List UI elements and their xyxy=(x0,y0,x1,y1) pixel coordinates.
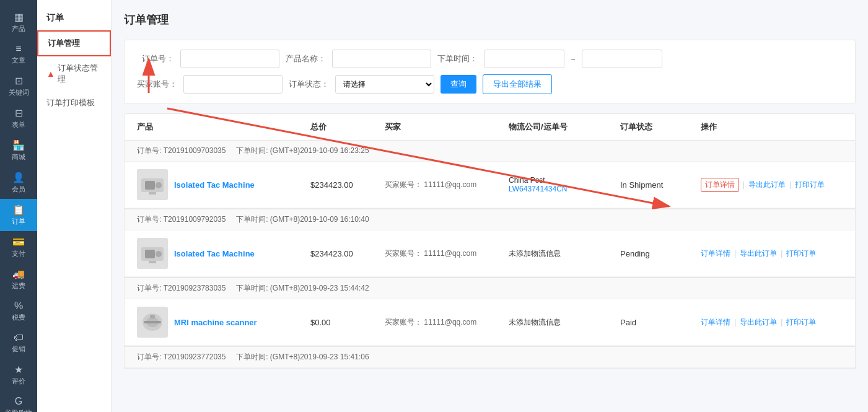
status-cell-1: In Shipment xyxy=(620,180,701,190)
order-no-prefix-3: 订单号: xyxy=(137,284,161,292)
order-time-prefix-2: 下单时间: xyxy=(236,215,268,224)
filter-bar: 订单号： 产品名称： 下单时间： ~ 买家账号： 订单状态： 请选择 Pendi… xyxy=(124,40,856,104)
order-item-row-1: Isolated Tac Machine $234423.00 买家账号： 11… xyxy=(125,162,855,208)
sidebar-item-articles[interactable]: ≡ 文章 xyxy=(0,38,37,70)
shipping-icon: 🚚 xyxy=(12,268,25,280)
google-shopping-icon: G xyxy=(15,396,22,407)
product-name-2[interactable]: Isolated Tac Machine xyxy=(174,249,255,258)
order-detail-link-3[interactable]: 订单详情 xyxy=(701,317,730,328)
order-detail-link-2[interactable]: 订单详情 xyxy=(701,248,730,259)
order-group-3: 订单号: T20190923783035 下单时间: (GMT+8)2019-0… xyxy=(124,278,856,346)
order-no-4: T20190923772035 xyxy=(164,353,226,361)
buyer-cell-1: 买家账号： 11111@qq.com xyxy=(385,180,509,190)
order-time-start-input[interactable] xyxy=(484,50,564,68)
buyer-cell-3: 买家账号： 11111@qq.com xyxy=(385,317,509,328)
sidebar-item-forms[interactable]: ⊟ 表单 xyxy=(0,102,37,134)
order-no-prefix: 订单号: xyxy=(137,146,161,155)
order-time-3: (GMT+8)2019-09-23 15:44:42 xyxy=(270,284,369,292)
order-item-row-2: Isolated Tac Machine $234423.00 买家账号： 11… xyxy=(125,230,855,277)
product-name-input[interactable] xyxy=(332,50,431,68)
product-image-3 xyxy=(137,307,168,338)
export-order-link-1[interactable]: 导出此订单 xyxy=(748,180,786,190)
order-time-prefix: 下单时间: xyxy=(236,146,268,155)
sidebar-item-members[interactable]: 👤 会员 xyxy=(0,167,37,199)
sidebar-item-tax[interactable]: % 税费 xyxy=(0,296,37,327)
order-time-prefix-4: 下单时间: xyxy=(236,353,268,361)
order-time-prefix-3: 下单时间: xyxy=(236,284,268,292)
sidebar-item-order-status[interactable]: ▲ 订单状态管理 xyxy=(37,56,111,91)
product-name-3[interactable]: MRI machine scanner xyxy=(174,318,257,327)
sidebar-item-google-shopping[interactable]: G 谷歌购物 xyxy=(0,391,37,412)
order-group-2: 订单号: T20191009792035 下单时间: (GMT+8)2019-1… xyxy=(124,209,856,278)
orders-icon: 📋 xyxy=(12,204,25,216)
sidebar-item-orders[interactable]: 📋 订单 xyxy=(0,199,37,231)
svg-rect-1 xyxy=(145,181,155,190)
svg-point-2 xyxy=(156,182,162,188)
payment-icon: 💳 xyxy=(12,236,25,248)
export-all-button[interactable]: 导出全部结果 xyxy=(483,74,552,94)
order-meta-2: 订单号: T20191009792035 下单时间: (GMT+8)2019-1… xyxy=(125,209,855,230)
price-cell-3: $0.00 xyxy=(310,318,385,327)
order-detail-link-1[interactable]: 订单详情 xyxy=(701,178,739,192)
tax-icon: % xyxy=(14,300,23,312)
order-time-2: (GMT+8)2019-10-09 16:10:40 xyxy=(270,215,369,224)
reviews-icon: ★ xyxy=(14,364,23,375)
product-cell-2: Isolated Tac Machine xyxy=(137,238,310,269)
filter-row-1: 订单号： 产品名称： 下单时间： ~ xyxy=(137,50,843,68)
print-order-link-1[interactable]: 打印订单 xyxy=(795,180,825,190)
text-sidebar-header: 订单 xyxy=(37,6,111,30)
action-cell-1: 订单详情 | 导出此订单 | 打印订单 xyxy=(701,178,825,192)
product-name-label: 产品名称： xyxy=(286,53,326,64)
sidebar-item-order-management[interactable]: 订单管理 xyxy=(37,30,111,56)
price-cell-2: $234423.00 xyxy=(310,249,385,258)
col-price: 总价 xyxy=(310,121,385,133)
price-cell-1: $234423.00 xyxy=(310,180,385,190)
sidebar-item-store[interactable]: 🏪 商城 xyxy=(0,134,37,167)
logistics-cell-2: 未添加物流信息 xyxy=(509,248,620,259)
arrow-icon: ▲ xyxy=(46,69,55,79)
order-no-2: T20191009792035 xyxy=(164,215,226,224)
product-cell-1: Isolated Tac Machine xyxy=(137,169,310,200)
order-time-end-input[interactable] xyxy=(582,50,662,68)
buyer-account-input[interactable] xyxy=(183,75,283,94)
print-order-link-2[interactable]: 打印订单 xyxy=(786,248,816,259)
store-icon: 🏪 xyxy=(12,139,25,151)
articles-icon: ≡ xyxy=(15,43,21,55)
order-no-3: T20190923783035 xyxy=(164,284,226,292)
sidebar-item-print-template[interactable]: 订单打印模板 xyxy=(37,91,111,115)
product-image-2 xyxy=(137,238,168,269)
col-status: 订单状态 xyxy=(620,121,701,133)
product-name-1[interactable]: Isolated Tac Machine xyxy=(174,180,255,190)
sidebar-item-payment[interactable]: 💳 支付 xyxy=(0,231,37,263)
sidebar-item-shipping[interactable]: 🚚 运费 xyxy=(0,263,37,296)
forms-icon: ⊟ xyxy=(15,107,23,119)
order-no-input[interactable] xyxy=(180,50,279,68)
col-product: 产品 xyxy=(137,121,310,133)
order-meta-4: 订单号: T20190923772035 下单时间: (GMT+8)2019-0… xyxy=(125,347,855,368)
export-order-link-3[interactable]: 导出此订单 xyxy=(740,317,777,328)
text-sidebar: 订单 订单管理 ▲ 订单状态管理 订单打印模板 xyxy=(37,0,112,412)
order-time-1: (GMT+8)2019-10-09 16:23:25 xyxy=(270,146,369,155)
product-image-1 xyxy=(137,169,168,200)
logistics-cell-1: China Post LW643741434CN xyxy=(509,176,620,193)
sidebar-item-reviews[interactable]: ★ 评价 xyxy=(0,359,37,391)
promotions-icon: 🏷 xyxy=(14,332,24,343)
sidebar-item-keywords[interactable]: ⊡ 关键词 xyxy=(0,70,37,102)
sidebar-item-promotions[interactable]: 🏷 促销 xyxy=(0,327,37,359)
orders-table: 产品 总价 买家 物流公司/运单号 订单状态 操作 订单号: T20191009… xyxy=(124,113,856,369)
order-status-select[interactable]: 请选择 Pending Paid In Shipment xyxy=(335,75,434,94)
order-no-prefix-2: 订单号: xyxy=(137,215,161,224)
query-button[interactable]: 查询 xyxy=(441,75,476,94)
col-logistics: 物流公司/运单号 xyxy=(509,121,620,133)
svg-point-6 xyxy=(156,251,162,257)
action-cell-2: 订单详情 | 导出此订单 | 打印订单 xyxy=(701,248,825,259)
icon-sidebar: ▦ 产品 ≡ 文章 ⊡ 关键词 ⊟ 表单 🏪 商城 👤 会员 📋 订单 💳 支付… xyxy=(0,0,37,412)
members-icon: 👤 xyxy=(12,172,25,183)
sidebar-item-products[interactable]: ▦ 产品 xyxy=(0,6,37,38)
col-buyer: 买家 xyxy=(385,121,509,133)
print-order-link-3[interactable]: 打印订单 xyxy=(786,317,816,328)
table-header: 产品 总价 买家 物流公司/运单号 订单状态 操作 xyxy=(124,113,856,141)
order-no-label: 订单号： xyxy=(137,53,174,64)
page-title: 订单管理 xyxy=(124,12,856,27)
export-order-link-2[interactable]: 导出此订单 xyxy=(740,248,777,259)
